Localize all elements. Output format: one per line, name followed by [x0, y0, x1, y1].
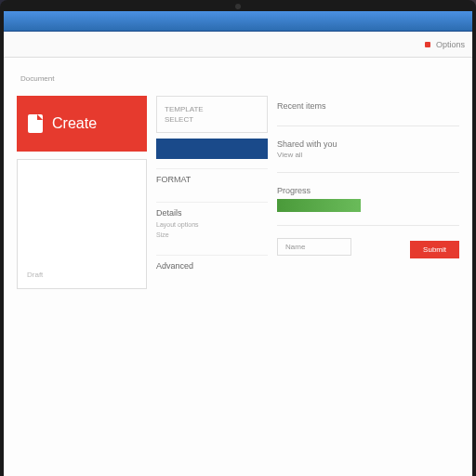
recent-title: Recent items	[277, 101, 459, 111]
status-indicator-icon	[425, 42, 430, 47]
header-col3	[311, 71, 459, 86]
content-area: Document Create Draft TEMPLATE	[4, 58, 472, 476]
camera-dot	[235, 4, 241, 9]
toolbar: Options	[4, 32, 472, 58]
shared-sub[interactable]: View all	[277, 151, 459, 159]
details-sub2: Size	[156, 231, 268, 241]
template-line2: SELECT	[165, 114, 259, 125]
template-header[interactable]: TEMPLATE SELECT	[156, 96, 268, 133]
column-middle: TEMPLATE SELECT FORMAT Details Layout op…	[156, 96, 268, 289]
divider-1	[277, 126, 459, 126]
details-title: Details	[156, 208, 268, 218]
section-advanced[interactable]: Advanced	[156, 255, 268, 279]
window-titlebar	[4, 11, 472, 32]
action-row: Name Submit	[277, 235, 459, 258]
format-title: FORMAT	[156, 175, 268, 184]
advanced-title: Advanced	[156, 261, 268, 271]
preview-label: Draft	[27, 271, 43, 279]
details-sub1: Layout options	[156, 220, 268, 231]
progress-title: Progress	[277, 186, 459, 195]
header-row: Document	[17, 71, 459, 86]
shared-title: Shared with you	[277, 139, 459, 149]
preview-card[interactable]: Draft	[17, 159, 147, 289]
divider-2	[277, 172, 459, 173]
header-col2	[165, 71, 312, 86]
recent-block: Recent items	[277, 96, 459, 118]
toolbar-right-label[interactable]: Options	[436, 40, 465, 49]
name-field[interactable]: Name	[277, 238, 351, 256]
document-icon	[28, 114, 43, 133]
progress-block: Progress	[277, 180, 459, 218]
section-format[interactable]: FORMAT	[156, 168, 268, 192]
progress-bar	[277, 199, 361, 212]
divider-3	[277, 225, 459, 226]
column-right: Recent items Shared with you View all Pr…	[277, 96, 459, 289]
submit-button[interactable]: Submit	[410, 241, 459, 258]
template-line1: TEMPLATE	[165, 104, 259, 114]
shared-block: Shared with you View all	[277, 134, 459, 165]
header-col1: Document	[17, 71, 165, 86]
column-left: Create Draft	[17, 96, 147, 289]
screen: Options Document Create Draft	[4, 11, 472, 476]
selection-bar[interactable]	[156, 139, 268, 159]
create-card[interactable]: Create	[17, 96, 147, 152]
section-details[interactable]: Details Layout options Size	[156, 202, 268, 245]
create-label: Create	[52, 115, 97, 132]
monitor-frame: Options Document Create Draft	[0, 0, 476, 476]
